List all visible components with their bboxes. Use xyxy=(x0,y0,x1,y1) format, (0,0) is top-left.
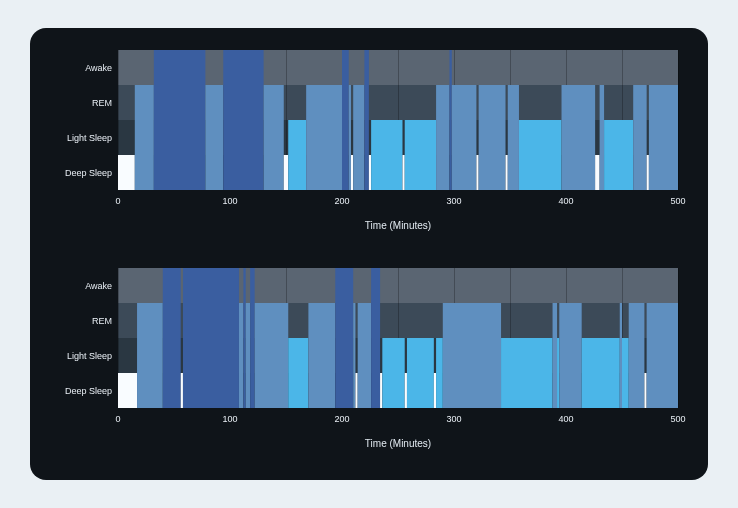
stage-label: Light Sleep xyxy=(52,133,112,142)
hypnogram-segment xyxy=(355,373,357,408)
hypnogram-segment xyxy=(118,373,137,408)
hypnogram-segment xyxy=(443,303,501,408)
x-tick: 400 xyxy=(558,196,573,206)
hypnogram-segment xyxy=(405,373,407,408)
hypnogram-chart-1: AwakeREMLight SleepDeep Sleep01002003004… xyxy=(52,48,686,246)
hypnogram-segment xyxy=(436,85,449,190)
hypnogram-segment xyxy=(644,373,646,408)
hypnogram-segment xyxy=(353,303,355,408)
hypnogram-segment xyxy=(163,268,181,408)
hypnogram-segment xyxy=(506,155,508,190)
hypnogram-segment xyxy=(335,268,353,408)
hypnogram-segment xyxy=(553,303,557,408)
hypnogram-segment xyxy=(434,373,436,408)
hypnogram-segment xyxy=(223,50,263,190)
hypnogram-segment xyxy=(351,155,353,190)
hypnogram-segment xyxy=(600,85,604,190)
x-tick: 300 xyxy=(446,196,461,206)
stage-label: Awake xyxy=(52,63,112,72)
hypnogram-segment xyxy=(246,303,250,408)
hypnogram-segment xyxy=(181,373,183,408)
x-axis-label: Time (Minutes) xyxy=(118,220,678,231)
hypnogram-segment xyxy=(205,85,223,190)
hypnogram-segment xyxy=(436,338,443,408)
hypnogram-segment xyxy=(250,268,254,408)
hypnogram-segment xyxy=(255,303,289,408)
stage-label: REM xyxy=(52,98,112,107)
hypnogram-segment xyxy=(239,303,243,408)
hypnogram-segment xyxy=(402,155,404,190)
hypnogram-segment xyxy=(519,120,562,190)
hypnogram-segment xyxy=(557,338,559,408)
x-tick: 300 xyxy=(446,414,461,424)
hypnogram-segment xyxy=(479,85,506,190)
hypnogram-segment xyxy=(118,155,135,190)
hypnogram-segment xyxy=(342,50,349,190)
hypnogram-segment xyxy=(508,85,519,190)
stage-label: Awake xyxy=(52,281,112,290)
stage-label: Light Sleep xyxy=(52,351,112,360)
x-tick: 500 xyxy=(670,196,685,206)
hypnogram-segment xyxy=(501,338,553,408)
hypnogram-segment xyxy=(380,373,382,408)
hypnogram-segment xyxy=(371,268,380,408)
hypnogram-segment xyxy=(582,338,620,408)
hypnogram-segment xyxy=(647,155,649,190)
hypnogram-segment xyxy=(369,155,371,190)
hypnogram-segment xyxy=(595,155,599,190)
x-tick: 100 xyxy=(222,414,237,424)
hypnogram-chart-2: AwakeREMLight SleepDeep Sleep01002003004… xyxy=(52,266,686,464)
hypnogram-segment xyxy=(622,338,629,408)
hypnogram-segment xyxy=(349,85,351,190)
hypnogram-segment xyxy=(405,120,436,190)
hypnogram-segment xyxy=(243,268,245,408)
x-tick: 200 xyxy=(334,196,349,206)
hypnogram-segment xyxy=(452,85,477,190)
hypnogram-segment xyxy=(288,338,308,408)
hypnogram-segment xyxy=(137,303,163,408)
hypnogram-segment xyxy=(135,85,154,190)
hypnogram-segment xyxy=(264,85,284,190)
x-tick: 400 xyxy=(558,414,573,424)
hypnogram-segment xyxy=(353,85,364,190)
hypnogram-segment xyxy=(450,50,452,190)
stage-label: Deep Sleep xyxy=(52,168,112,177)
hypnogram-segment xyxy=(620,303,622,408)
hypnogram-segment xyxy=(604,120,633,190)
hypnogram-segment xyxy=(358,303,371,408)
hypnogram-segment xyxy=(476,155,478,190)
hypnogram-segment xyxy=(284,155,288,190)
hypnogram-segment xyxy=(371,120,402,190)
hypnogram-segment xyxy=(629,303,645,408)
hypnogram-segment xyxy=(407,338,434,408)
hypnogram-segment xyxy=(649,85,678,190)
hypnogram-segment xyxy=(308,303,335,408)
x-tick: 200 xyxy=(334,414,349,424)
hypnogram-segment xyxy=(647,303,678,408)
hypnogram-segment xyxy=(633,85,646,190)
hypnogram-segment xyxy=(559,303,581,408)
hypnogram-segment xyxy=(288,120,306,190)
hypnogram-segment xyxy=(382,338,404,408)
x-tick: 0 xyxy=(115,414,120,424)
hypnogram-segment xyxy=(562,85,596,190)
hypnogram-segment xyxy=(306,85,342,190)
x-axis-label: Time (Minutes) xyxy=(118,438,678,449)
hypnogram-segment xyxy=(183,268,239,408)
hypnogram-segment xyxy=(154,50,206,190)
x-tick: 100 xyxy=(222,196,237,206)
stage-label: Deep Sleep xyxy=(52,386,112,395)
x-tick: 500 xyxy=(670,414,685,424)
hypnogram-segment xyxy=(364,50,368,190)
x-tick: 0 xyxy=(115,196,120,206)
stage-label: REM xyxy=(52,316,112,325)
sleep-hypnogram-card: AwakeREMLight SleepDeep Sleep01002003004… xyxy=(30,28,708,480)
